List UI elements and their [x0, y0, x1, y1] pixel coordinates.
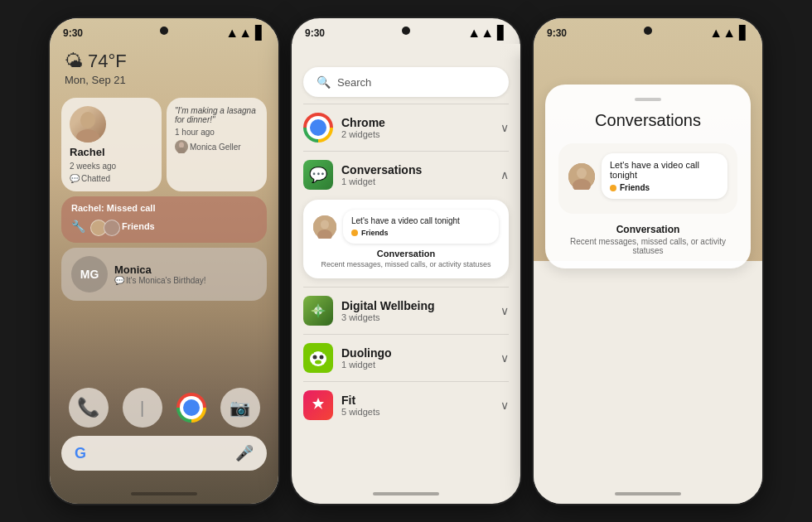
monica-geller-name: Monica Geller	[175, 140, 241, 153]
rachel-avatar	[70, 106, 106, 143]
conversations-label: Conversations	[341, 163, 422, 176]
phone3-friend-dot	[610, 185, 616, 191]
google-g: G	[75, 445, 86, 462]
monica-preview-text: "I'm making a lasagna for dinner!"	[175, 106, 259, 124]
widget-avatar	[313, 215, 336, 239]
home-bar-2	[373, 492, 439, 495]
weather-icon: 🌤	[65, 51, 83, 72]
svg-point-1	[76, 129, 99, 143]
friends-label: Friends	[122, 221, 155, 231]
widget-desc-title: Conversation	[313, 249, 499, 259]
rachel-card[interactable]: Rachel 2 weeks ago 💬 Chatted	[61, 98, 162, 191]
home-bar-1	[131, 492, 197, 495]
phone3-bubble: Let's have a video call tonight Friends	[602, 153, 727, 199]
chrome-app-icon	[303, 113, 333, 143]
wellbeing-left: Digital Wellbeing 3 widgets	[303, 296, 435, 326]
pen-icon[interactable]: |	[123, 388, 162, 428]
svg-point-11	[320, 355, 324, 360]
card-handle	[635, 98, 661, 101]
conversations-section: 💬 Conversations 1 widget ∧	[292, 151, 520, 278]
friend-avatar-2	[104, 220, 120, 236]
camera-notch-3	[644, 27, 652, 35]
chrome-icon[interactable]	[176, 393, 206, 423]
chrome-count: 2 widgets	[341, 129, 385, 139]
phone3-widget-preview[interactable]: Let's have a video call tonight Friends	[558, 143, 737, 214]
wellbeing-chevron[interactable]: ∨	[500, 304, 509, 317]
phone1-content: 🌤 74°F Mon, Sep 21	[50, 44, 278, 301]
mic-icon[interactable]: 🎤	[235, 444, 254, 462]
phone3: 9:30 ▲▲ ▋ Conversations	[532, 17, 764, 505]
duolingo-header[interactable]: Duolingo 1 widget ∨	[303, 334, 509, 378]
chrome-label: Chrome	[341, 116, 385, 129]
status-bar-3: 9:30 ▲▲ ▋	[534, 18, 762, 44]
phone3-bubble-text: Let's have a video call tonight	[610, 160, 719, 180]
duolingo-label: Duolingo	[341, 346, 392, 360]
status-icons-3: ▲▲ ▋	[709, 25, 749, 41]
top-card-row: Rachel 2 weeks ago 💬 Chatted "I'm making…	[61, 98, 267, 191]
phone-icon[interactable]: 📞	[69, 388, 109, 428]
home-bar-3	[615, 492, 681, 495]
status-icons-2: ▲▲ ▋	[467, 25, 507, 41]
phone3-desc-sub: Recent messages, missed calls, or activi…	[558, 237, 737, 255]
status-time-1: 9:30	[63, 27, 83, 39]
wellbeing-header[interactable]: Digital Wellbeing 3 widgets ∨	[303, 287, 509, 331]
scroll-fade	[292, 44, 520, 60]
conversations-header[interactable]: 💬 Conversations 1 widget ∧	[303, 151, 509, 195]
fit-chevron[interactable]: ∨	[500, 399, 509, 412]
conversations-info: Conversations 1 widget	[341, 163, 422, 186]
wellbeing-app-icon	[303, 296, 333, 326]
fit-app-icon	[303, 390, 333, 420]
status-icons-1: ▲▲ ▋	[225, 25, 265, 41]
camera-icon[interactable]: 📷	[220, 388, 260, 428]
missed-call-card[interactable]: Rachel: Missed call 🔧 Friends	[61, 196, 267, 243]
bubble-message: Let's have a video call tonight	[351, 216, 491, 225]
wellbeing-label: Digital Wellbeing	[341, 299, 435, 312]
wellbeing-section: Digital Wellbeing 3 widgets ∨	[292, 287, 520, 331]
chrome-header[interactable]: Chrome 2 widgets ∨	[303, 104, 509, 147]
friends-avatars	[90, 220, 117, 236]
duolingo-chevron[interactable]: ∨	[500, 351, 509, 365]
phone3-avatar	[568, 163, 595, 190]
search-bar[interactable]: G 🎤	[61, 436, 267, 471]
missed-call-sub: 🔧 Friends	[71, 216, 257, 236]
rachel-name: Rachel	[70, 146, 105, 158]
phone3-friend-label: Friends	[620, 183, 650, 192]
chrome-chevron[interactable]: ∨	[500, 121, 509, 134]
dock-icons: 📞 | 📷	[61, 388, 267, 428]
chrome-section: Chrome 2 widgets ∨	[292, 104, 520, 147]
fit-info: Fit 5 widgets	[341, 394, 379, 417]
mg-avatar: MG	[71, 256, 108, 292]
monica-preview-card[interactable]: "I'm making a lasagna for dinner!" 1 hou…	[167, 98, 267, 191]
svg-point-3	[179, 143, 184, 148]
monica-birthday-card[interactable]: MG Monica 💬 It's Monica's Birthday!	[61, 248, 267, 301]
weather-date: Mon, Sep 21	[65, 74, 263, 86]
camera-notch-1	[160, 27, 168, 35]
duolingo-info: Duolingo 1 widget	[341, 346, 392, 370]
phone2: 9:30 ▲▲ ▋ 🔍 Search Chrome	[290, 17, 522, 505]
phone3-bubble-row: Let's have a video call tonight Friends	[568, 153, 727, 199]
duolingo-count: 1 widget	[341, 360, 392, 370]
search-label: Search	[337, 76, 371, 89]
friend-label: Friends	[361, 229, 389, 237]
svg-point-10	[313, 355, 317, 360]
phone3-title: Conversations	[558, 111, 737, 130]
phone1-dock: 📞 | 📷 G 🎤	[61, 388, 267, 471]
wifi-icon-2: ▲▲	[467, 26, 494, 41]
wrench-icon: 🔧	[71, 220, 85, 233]
widget-search-bar[interactable]: 🔍 Search	[303, 67, 509, 97]
missed-call-title: Rachel: Missed call	[71, 203, 257, 213]
phone1: 9:30 ▲▲ ▋ 🌤 74°F Mon, Sep 21	[48, 17, 280, 505]
fit-left: Fit 5 widgets	[303, 390, 379, 420]
camera-notch-2	[402, 27, 410, 35]
friend-status-dot	[351, 230, 358, 236]
svg-point-12	[315, 360, 321, 365]
widget-bubble: Let's have a video call tonight Friends	[343, 210, 499, 244]
status-time-2: 9:30	[305, 27, 325, 39]
weather-temp: 🌤 74°F	[65, 51, 263, 72]
conversations-widget-preview[interactable]: Let's have a video call tonight Friends …	[303, 200, 509, 278]
fit-header[interactable]: Fit 5 widgets ∨	[303, 381, 509, 425]
phone3-bg-bottom	[534, 261, 762, 504]
fit-label: Fit	[341, 394, 379, 407]
conversations-chevron[interactable]: ∧	[500, 168, 509, 181]
widget-message-row: Let's have a video call tonight Friends	[313, 210, 499, 244]
